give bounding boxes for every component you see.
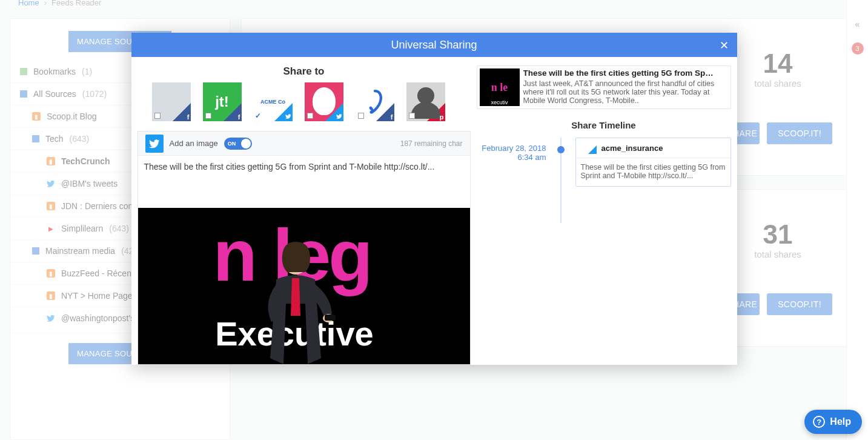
share-timeline: February 28, 2018 6:34 am acme_insurance… xyxy=(477,138,731,187)
share-preview: n lexecutiv These will be the first citi… xyxy=(477,65,731,109)
modal-title: Universal Sharing xyxy=(391,39,477,52)
remaining-chars: 187 remaining char xyxy=(400,139,463,148)
close-icon[interactable]: ✕ xyxy=(720,39,729,52)
checkbox-icon[interactable] xyxy=(205,113,211,119)
share-account-facebook-3[interactable]: f xyxy=(356,82,394,121)
preview-thumb: n lexecutiv xyxy=(480,68,520,106)
timeline-date: February 28, 2018 xyxy=(482,144,546,153)
timeline-card[interactable]: acme_insurance These will be the first c… xyxy=(575,138,731,187)
preview-body: Just last week, AT&T announced the first… xyxy=(523,79,715,105)
svg-point-0 xyxy=(369,110,373,113)
timeline-account-icon xyxy=(581,142,597,154)
help-label: Help xyxy=(830,416,851,427)
timeline-dot-icon xyxy=(557,146,565,153)
add-image-toggle[interactable]: ON xyxy=(224,138,252,150)
checkbox-icon[interactable] xyxy=(154,113,161,119)
share-account-pinterest[interactable]: p xyxy=(406,82,445,121)
svg-rect-3 xyxy=(325,315,336,321)
timeline-time: 6:34 am xyxy=(477,153,546,162)
share-account-twitter-egg[interactable] xyxy=(305,82,343,121)
account-grid: f jt! f ACME Co xyxy=(137,82,471,127)
universal-sharing-modal: Universal Sharing ✕ Share to f jt! f ACM… xyxy=(131,33,737,365)
timeline-body: These will be the first cities getting 5… xyxy=(576,158,731,186)
attached-image-content: n legExecutive xyxy=(138,208,470,364)
checkbox-icon[interactable] xyxy=(307,113,313,119)
checkbox-icon[interactable] xyxy=(409,113,415,119)
attached-image: ✕ n legExecutive xyxy=(138,208,470,364)
timeline-account-name: acme_insurance xyxy=(601,144,663,153)
compose-box: Add an image ON 187 remaining char These… xyxy=(137,131,471,365)
share-to-heading: Share to xyxy=(137,65,471,78)
add-image-label: Add an image xyxy=(170,139,218,148)
timeline-datetime: February 28, 2018 6:34 am xyxy=(477,138,546,187)
preview-title: These will be the first cities getting 5… xyxy=(523,68,715,78)
help-button[interactable]: ? Help xyxy=(804,410,862,434)
share-timeline-heading: Share Timeline xyxy=(477,120,731,130)
modal-overlay: Universal Sharing ✕ Share to f jt! f ACM… xyxy=(0,0,868,440)
share-account-facebook-1[interactable]: f xyxy=(152,82,191,121)
share-account-twitter-acme[interactable]: ACME Co xyxy=(254,82,293,121)
compose-textarea[interactable]: These will be the first cities getting 5… xyxy=(138,156,470,208)
help-icon: ? xyxy=(813,416,825,428)
twitter-icon xyxy=(145,135,164,153)
checkbox-icon[interactable] xyxy=(358,113,364,119)
share-account-facebook-2[interactable]: jt! f xyxy=(203,82,242,121)
modal-header: Universal Sharing ✕ xyxy=(131,33,737,57)
